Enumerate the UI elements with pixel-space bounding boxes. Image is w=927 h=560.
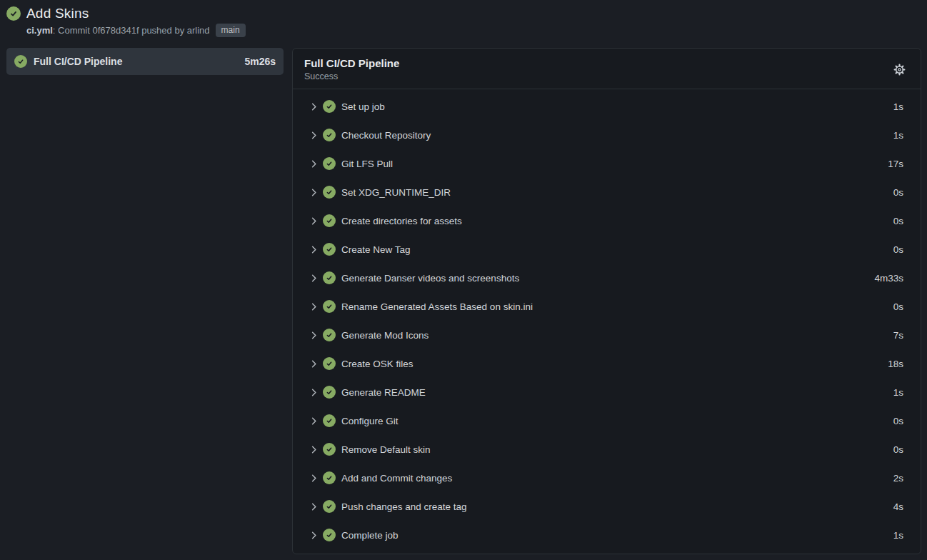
job-duration: 5m26s xyxy=(244,56,276,67)
job-title: Full CI/CD Pipeline xyxy=(304,57,399,69)
chevron-right-icon xyxy=(309,130,319,141)
step-row[interactable]: Set XDG_RUNTIME_DIR 0s xyxy=(293,178,921,206)
step-name: Generate Mod Icons xyxy=(341,330,429,341)
step-row[interactable]: Git LFS Pull 17s xyxy=(293,149,921,178)
job-panel: Full CI/CD Pipeline Success xyxy=(292,48,921,554)
step-duration: 0s xyxy=(893,301,903,312)
jobs-sidebar: Full CI/CD Pipeline 5m26s xyxy=(6,48,284,75)
chevron-right-icon xyxy=(309,187,319,198)
check-circle-icon xyxy=(14,55,27,68)
chevron-right-icon xyxy=(309,159,319,169)
step-name: Add and Commit changes xyxy=(341,473,452,484)
check-circle-icon xyxy=(323,300,336,313)
step-duration: 0s xyxy=(893,187,903,198)
step-row[interactable]: Generate Mod Icons 7s xyxy=(293,321,921,349)
chevron-right-icon xyxy=(309,330,319,341)
step-duration: 17s xyxy=(888,159,903,169)
step-duration: 4m33s xyxy=(874,273,903,284)
step-duration: 0s xyxy=(893,244,903,255)
step-row[interactable]: Configure Git 0s xyxy=(293,406,921,435)
check-circle-icon xyxy=(323,500,336,513)
gear-icon[interactable] xyxy=(891,61,908,78)
step-duration: 2s xyxy=(893,473,903,484)
step-row[interactable]: Push changes and create tag 4s xyxy=(293,492,921,521)
step-name: Rename Generated Assets Based on skin.in… xyxy=(341,301,533,312)
chevron-right-icon xyxy=(309,101,319,112)
step-name: Git LFS Pull xyxy=(341,159,393,169)
chevron-right-icon xyxy=(309,473,319,484)
run-content: Full CI/CD Pipeline 5m26s Full CI/CD Pip… xyxy=(6,48,921,554)
chevron-right-icon xyxy=(309,387,319,398)
jobs-list: Full CI/CD Pipeline 5m26s xyxy=(6,48,284,75)
check-circle-icon xyxy=(323,357,336,370)
step-row[interactable]: Checkout Repository 1s xyxy=(293,121,921,149)
chevron-right-icon xyxy=(309,416,319,426)
check-circle-icon xyxy=(6,6,21,21)
commit-text: : Commit 0f678d341f pushed by arlind xyxy=(53,25,210,36)
check-circle-icon xyxy=(323,386,336,399)
step-name: Create OSK files xyxy=(341,359,414,369)
check-circle-icon xyxy=(323,443,336,456)
chevron-right-icon xyxy=(309,444,319,455)
workflow-file-label: ci.yml xyxy=(26,25,53,36)
step-duration: 7s xyxy=(893,330,903,341)
chevron-right-icon xyxy=(309,301,319,312)
chevron-right-icon xyxy=(309,501,319,512)
job-panel-header: Full CI/CD Pipeline Success xyxy=(293,49,921,89)
step-duration: 1s xyxy=(893,530,903,541)
step-name: Push changes and create tag xyxy=(341,501,467,512)
check-circle-icon xyxy=(323,271,336,284)
step-row[interactable]: Rename Generated Assets Based on skin.in… xyxy=(293,292,921,321)
step-row[interactable]: Create New Tag 0s xyxy=(293,235,921,264)
actions-run-page: Add Skins ci.yml: Commit 0f678d341f push… xyxy=(0,0,927,560)
job-name: Full CI/CD Pipeline xyxy=(34,56,122,67)
chevron-right-icon xyxy=(309,359,319,369)
check-circle-icon xyxy=(323,414,336,427)
step-name: Create New Tag xyxy=(341,244,411,255)
sidebar-job-item[interactable]: Full CI/CD Pipeline 5m26s xyxy=(6,48,284,75)
steps-list: Set up job 1s Checkout Repository 1s Git… xyxy=(293,89,921,552)
step-duration: 1s xyxy=(893,101,903,112)
step-duration: 4s xyxy=(893,501,903,512)
step-duration: 1s xyxy=(893,130,903,141)
step-name: Complete job xyxy=(341,530,399,541)
step-duration: 0s xyxy=(893,216,903,226)
step-duration: 18s xyxy=(888,359,903,369)
chevron-right-icon xyxy=(309,244,319,255)
check-circle-icon xyxy=(323,529,336,541)
chevron-right-icon xyxy=(309,530,319,541)
check-circle-icon xyxy=(323,186,336,199)
step-row[interactable]: Set up job 1s xyxy=(293,92,921,121)
job-status: Success xyxy=(304,71,399,81)
check-circle-icon xyxy=(323,157,336,170)
step-row[interactable]: Generate README 1s xyxy=(293,378,921,406)
step-name: Remove Default skin xyxy=(341,444,431,455)
chevron-right-icon xyxy=(309,216,319,226)
step-row[interactable]: Generate Danser videos and screenshots 4… xyxy=(293,264,921,292)
check-circle-icon xyxy=(323,214,336,227)
step-row[interactable]: Remove Default skin 0s xyxy=(293,435,921,464)
step-name: Generate README xyxy=(341,387,426,398)
step-name: Create directories for assets xyxy=(341,216,462,226)
branch-badge[interactable]: main xyxy=(216,24,246,37)
check-circle-icon xyxy=(323,100,336,113)
step-row[interactable]: Create directories for assets 0s xyxy=(293,206,921,235)
step-duration: 0s xyxy=(893,416,903,426)
run-title: Add Skins xyxy=(26,6,89,21)
run-header: Add Skins ci.yml: Commit 0f678d341f push… xyxy=(6,6,921,37)
step-name: Set XDG_RUNTIME_DIR xyxy=(341,187,451,198)
run-subtitle: ci.yml: Commit 0f678d341f pushed by arli… xyxy=(26,24,921,37)
step-name: Configure Git xyxy=(341,416,399,426)
step-row[interactable]: Complete job 1s xyxy=(293,521,921,549)
chevron-right-icon xyxy=(309,273,319,284)
step-name: Set up job xyxy=(341,101,385,112)
check-circle-icon xyxy=(323,243,336,256)
step-name: Checkout Repository xyxy=(341,130,431,141)
check-circle-icon xyxy=(323,129,336,141)
check-circle-icon xyxy=(323,471,336,484)
check-circle-icon xyxy=(323,329,336,341)
step-row[interactable]: Add and Commit changes 2s xyxy=(293,464,921,492)
step-row[interactable]: Create OSK files 18s xyxy=(293,349,921,378)
step-duration: 1s xyxy=(893,387,903,398)
step-duration: 0s xyxy=(893,444,903,455)
